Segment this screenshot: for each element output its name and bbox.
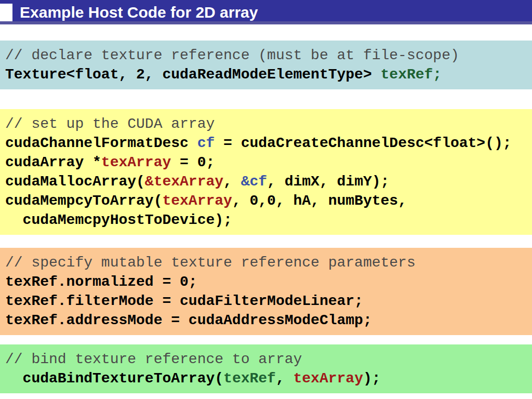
code-segment: cudaBindTextureToArray( [5, 370, 223, 387]
code-line: cudaChannelFormatDesc cf = cudaCreateCha… [5, 134, 532, 153]
code-line: cudaMemcpyHostToDevice); [5, 210, 532, 230]
header-underline [0, 21, 532, 24]
code-segment: cf [197, 135, 215, 151]
code-segment: , [223, 174, 241, 190]
code-segment: , dimX, dimY); [267, 174, 389, 190]
header-bar: Example Host Code for 2D array [12, 4, 532, 21]
code-segment: &cf [241, 174, 267, 190]
comment-line: // bind texture reference to array [5, 350, 532, 369]
code-segment: = cudaCreateChannelDesc<float>(); [215, 135, 511, 151]
header-row: Example Host Code for 2D array [0, 4, 532, 21]
code-line: cudaMallocArray(&texArray, &cf, dimX, di… [5, 172, 532, 191]
code-block-setup-cuda-array: // set up the CUDA arraycudaChannelForma… [0, 109, 532, 235]
page-title: Example Host Code for 2D array [20, 4, 258, 21]
comment-line: // declare texture reference (must be at… [5, 46, 532, 65]
code-segment: // bind texture reference to array [5, 351, 302, 367]
code-segment: Texture<float, 2, cudaReadModeElementTyp… [5, 66, 381, 83]
code-segment: cudaMemcpyHostToDevice); [5, 212, 232, 228]
code-segment: cudaMempcyToArray( [5, 193, 162, 209]
comment-line: // set up the CUDA array [5, 114, 532, 134]
code-line: cudaBindTextureToArray(texRef, texArray)… [5, 369, 532, 388]
code-segment: ); [363, 370, 381, 387]
code-segment: , [276, 370, 294, 387]
code-segment: texArray [101, 154, 171, 170]
code-segment: &texArray [145, 174, 223, 190]
code-line: cudaArray *texArray = 0; [5, 153, 532, 172]
code-segment: , 0,0, hA, numBytes, [232, 193, 407, 209]
code-line: texRef.filterMode = cudaFilterModeLinear… [5, 291, 532, 311]
code-segment: texArray [162, 193, 232, 209]
code-block-bind-texture: // bind texture reference to array cudaB… [0, 344, 532, 393]
code-blocks: // declare texture reference (must be at… [0, 41, 532, 393]
slide-header: Example Host Code for 2D array [0, 0, 532, 24]
code-segment: texRef.normalized = 0; [5, 274, 197, 290]
code-line: texRef.normalized = 0; [5, 272, 532, 291]
code-segment: // declare texture reference (must be at… [5, 47, 459, 63]
code-segment: texRef; [381, 66, 442, 83]
code-segment: = 0; [171, 154, 215, 170]
code-line: cudaMempcyToArray(texArray, 0,0, hA, num… [5, 191, 532, 210]
code-segment: cudaArray * [5, 154, 101, 170]
code-block-texture-parameters: // specify mutable texture reference par… [0, 248, 532, 335]
header-left-notch [0, 4, 12, 21]
code-segment: // specify mutable texture reference par… [5, 255, 416, 271]
slide: Example Host Code for 2D array // declar… [0, 0, 532, 399]
code-segment: texArray [294, 370, 363, 387]
code-line: texRef.addressMode = cudaAddressModeClam… [5, 311, 532, 330]
code-segment: cudaChannelFormatDesc [5, 135, 197, 151]
code-line: Texture<float, 2, cudaReadModeElementTyp… [5, 65, 532, 84]
header-top-line [0, 0, 532, 4]
comment-line: // specify mutable texture reference par… [5, 253, 532, 272]
code-segment: cudaMallocArray( [5, 174, 145, 190]
code-segment: // set up the CUDA array [5, 116, 215, 132]
code-segment: texRef.filterMode = cudaFilterModeLinear… [5, 293, 363, 309]
code-block-declare-texture: // declare texture reference (must be at… [0, 41, 532, 89]
code-segment: texRef.addressMode = cudaAddressModeClam… [5, 312, 372, 328]
code-segment: texRef [223, 370, 276, 387]
